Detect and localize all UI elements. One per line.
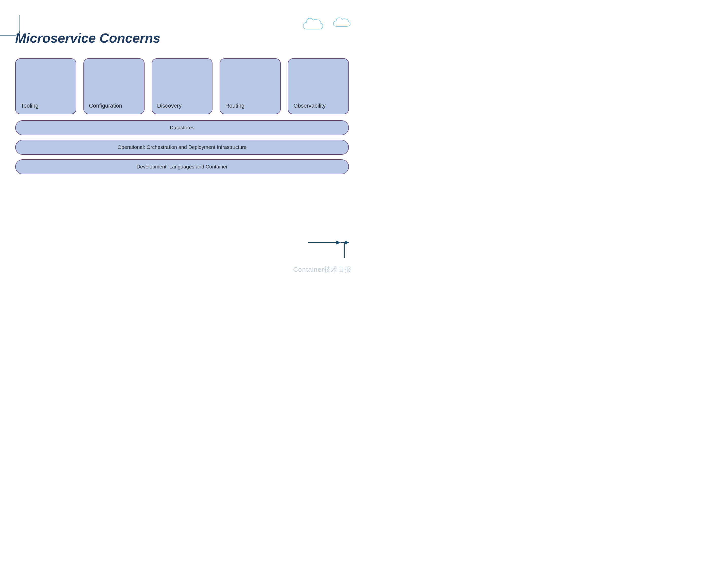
watermark: Container技术日报: [293, 265, 351, 274]
card-discovery: Discovery: [152, 58, 213, 114]
main-content: Microservice Concerns ToolingConfigurati…: [15, 20, 349, 271]
card-tooling: Tooling: [15, 58, 76, 114]
page-title: Microservice Concerns: [15, 30, 349, 46]
bars-container: DatastoresOperational: Orchestration and…: [15, 120, 349, 174]
bar-item: Datastores: [15, 120, 349, 135]
cards-row: ToolingConfigurationDiscoveryRoutingObse…: [15, 58, 349, 114]
bar-item: Development: Languages and Container: [15, 159, 349, 174]
card-observability: Observability: [288, 58, 349, 114]
card-configuration: Configuration: [83, 58, 145, 114]
card-routing: Routing: [220, 58, 281, 114]
bar-item: Operational: Orchestration and Deploymen…: [15, 140, 349, 155]
